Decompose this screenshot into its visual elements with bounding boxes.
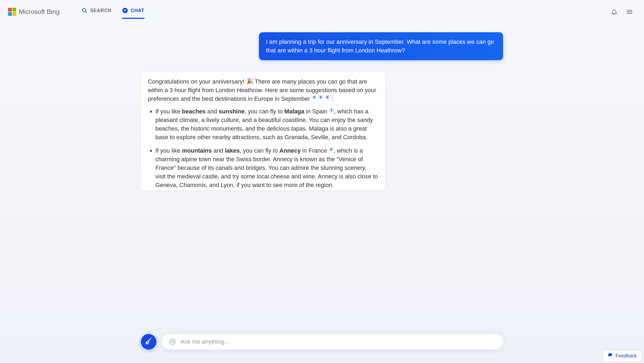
chat-area: I am planning a trip for our anniversary…	[133, 32, 511, 331]
feedback-button[interactable]: Feedback	[603, 350, 641, 361]
menu-button[interactable]	[626, 8, 633, 16]
list-item: If you like mountains and lakes, you can…	[155, 146, 378, 189]
user-message: I am planning a trip for our anniversary…	[259, 32, 503, 60]
header-actions	[611, 8, 633, 16]
svg-point-8	[170, 339, 175, 344]
citation-4[interactable]: 4	[312, 95, 316, 99]
tab-search-label: SEARCH	[90, 8, 111, 13]
search-icon	[82, 8, 87, 13]
chat-input-icon	[169, 339, 176, 345]
svg-rect-4	[124, 11, 126, 11]
brand-logo[interactable]: Microsoft Bing	[8, 8, 60, 16]
feedback-icon	[608, 353, 613, 359]
citation-5[interactable]: 5	[319, 95, 323, 99]
feedback-label: Feedback	[616, 353, 637, 359]
suggestions-list: If you like beaches and sunshine, you ca…	[148, 107, 378, 190]
svg-point-2	[122, 8, 128, 13]
bot-intro-colon: :	[332, 95, 333, 102]
brand-text: Microsoft Bing	[19, 8, 60, 16]
tab-chat-label: CHAT	[131, 8, 144, 13]
chat-icon	[122, 8, 128, 13]
notifications-button[interactable]	[611, 8, 618, 15]
new-topic-button[interactable]	[141, 334, 156, 350]
citation-6[interactable]: 6	[325, 95, 330, 99]
microsoft-logo-icon	[8, 8, 16, 16]
list-item: If you like beaches and sunshine, you ca…	[155, 107, 378, 142]
bot-intro-text: Congratulations on your anniversary! 🎉 T…	[148, 78, 376, 102]
svg-rect-3	[124, 10, 127, 10]
header-tabs: SEARCH CHAT	[82, 5, 144, 19]
citation-1[interactable]: 1	[329, 108, 334, 112]
broom-icon	[145, 337, 153, 346]
bot-message: Congratulations on your anniversary! 🎉 T…	[141, 72, 385, 190]
svg-line-1	[86, 12, 87, 13]
bot-intro: Congratulations on your anniversary! 🎉 T…	[148, 77, 378, 103]
user-message-row: I am planning a trip for our anniversary…	[141, 32, 503, 60]
header: Microsoft Bing SEARCH CHAT	[0, 0, 644, 21]
tab-search[interactable]: SEARCH	[82, 5, 111, 19]
citation-4b[interactable]: 4	[329, 148, 334, 151]
tab-chat[interactable]: CHAT	[122, 5, 144, 19]
composer	[162, 334, 503, 350]
chat-input[interactable]	[181, 338, 496, 345]
composer-bar	[0, 334, 644, 350]
